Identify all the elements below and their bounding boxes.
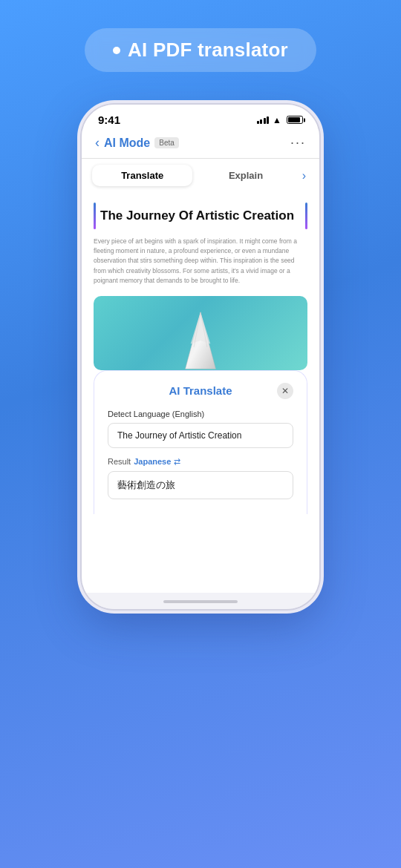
panel-title: AI Translate — [124, 384, 277, 397]
status-bar: 9:41 ▲ — [82, 105, 319, 129]
header-dot — [113, 47, 120, 54]
tab-explain[interactable]: Explain — [195, 165, 296, 186]
status-time: 9:41 — [98, 114, 120, 126]
battery-icon — [287, 116, 303, 124]
swap-icon[interactable]: ⇄ — [174, 457, 180, 467]
nav-title: AI Mode — [104, 137, 150, 150]
nav-bar: ‹ AI Mode Beta ··· — [82, 129, 319, 159]
wifi-icon: ▲ — [273, 115, 281, 125]
doc-title: The Journey Of Artistic Creation — [100, 208, 301, 223]
doc-body: Every piece of art begins with a spark o… — [94, 237, 307, 286]
home-bar — [163, 600, 238, 603]
tab-arrow[interactable]: › — [299, 169, 309, 183]
result-text-box: 藝術創造の旅 — [108, 471, 293, 499]
app-header: AI PDF translator — [85, 28, 316, 72]
back-button[interactable]: ‹ — [95, 135, 100, 151]
doc-image — [94, 296, 307, 370]
phone-frame: 9:41 ▲ ‹ AI Mode Beta ··· Translate Expl… — [82, 105, 319, 609]
beta-badge: Beta — [154, 137, 179, 148]
title-accent-left — [94, 203, 96, 229]
title-accent-right — [305, 203, 307, 229]
tab-translate[interactable]: Translate — [92, 165, 192, 186]
home-indicator — [82, 593, 319, 609]
panel-header: AI Translate ✕ — [108, 383, 293, 399]
content-area: The Journey Of Artistic Creation Every p… — [82, 192, 319, 593]
app-title: AI PDF translator — [128, 39, 288, 62]
more-button[interactable]: ··· — [290, 135, 306, 151]
doc-title-container: The Journey Of Artistic Creation — [94, 203, 307, 229]
tab-bar: Translate Explain › — [82, 159, 319, 192]
translate-panel: AI Translate ✕ Detect Language (English)… — [94, 370, 307, 514]
close-button[interactable]: ✕ — [277, 383, 293, 399]
result-label: Result Japanese ⇄ — [108, 457, 293, 467]
source-text-box: The Journey of Artistic Creation — [108, 423, 293, 448]
nav-left: ‹ AI Mode Beta — [95, 135, 179, 151]
detect-label: Detect Language (English) — [108, 410, 293, 418]
svg-marker-1 — [191, 312, 211, 344]
result-language[interactable]: Japanese — [134, 457, 171, 466]
signal-icon — [257, 116, 270, 124]
sculpture-svg — [175, 311, 226, 370]
status-icons: ▲ — [257, 115, 303, 125]
